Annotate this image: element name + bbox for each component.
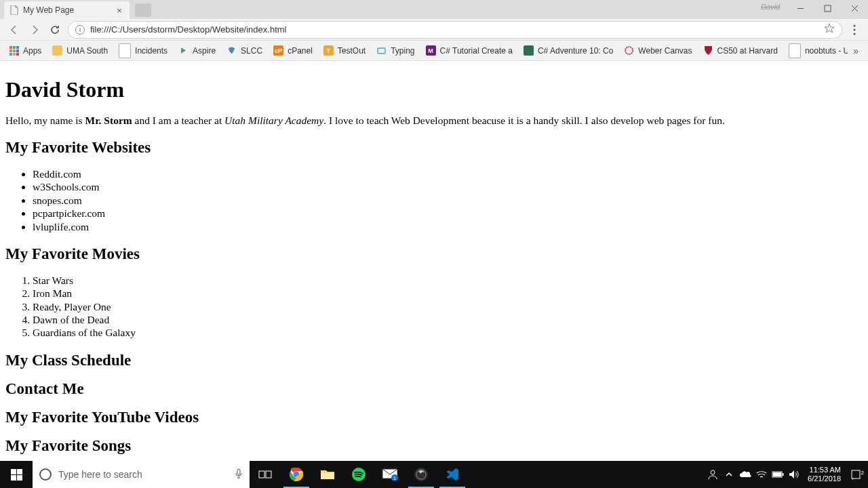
bookmark-label: C# Adventure 10: Co	[538, 46, 613, 56]
bookmark-favicon-icon	[226, 45, 237, 56]
new-tab-button[interactable]	[135, 3, 151, 17]
bookmark-label: Incidents	[135, 46, 167, 56]
spotify-icon[interactable]	[343, 461, 374, 488]
back-button[interactable]	[4, 20, 24, 39]
notifications-icon[interactable]: 2	[846, 469, 865, 480]
bookmark-item[interactable]: noobtuts - Unity 2D	[783, 43, 848, 59]
bookmark-favicon-icon: cP	[273, 45, 283, 56]
bookmark-item[interactable]: Aspire	[173, 43, 221, 59]
bookmarks-overflow-icon[interactable]: »	[848, 45, 864, 56]
start-button[interactable]	[0, 461, 33, 488]
volume-icon[interactable]	[786, 461, 802, 488]
close-window-button[interactable]	[841, 0, 868, 16]
window-controls: David	[754, 0, 868, 16]
chrome-taskbar-icon[interactable]	[281, 461, 312, 488]
bookmark-item[interactable]: CS50 at Harvard	[698, 43, 783, 59]
list-item: snopes.com	[33, 194, 863, 207]
bookmark-label: noobtuts - Unity 2D	[805, 46, 848, 56]
onedrive-icon[interactable]	[737, 461, 753, 488]
task-view-icon[interactable]	[250, 461, 281, 488]
svg-rect-29	[852, 470, 860, 479]
bookmark-star-icon[interactable]	[824, 23, 835, 36]
bookmark-label: SLCC	[241, 46, 262, 56]
svg-point-8	[625, 47, 633, 54]
bookmark-item[interactable]: Incidents	[113, 43, 173, 59]
system-tray: 11:53 AM 6/21/2018 2	[705, 461, 868, 488]
chrome-menu-icon[interactable]	[845, 24, 864, 35]
svg-point-25	[711, 470, 715, 474]
svg-point-5	[854, 28, 856, 30]
section-youtube-heading: My Favorite YouTube Videos	[5, 409, 863, 426]
clock-date: 6/21/2018	[808, 474, 841, 483]
bookmark-favicon-icon	[789, 43, 801, 58]
svg-text:1: 1	[393, 476, 396, 481]
network-icon[interactable]	[753, 461, 770, 488]
intro-italic: Utah Military Academy	[224, 115, 323, 126]
bookmark-favicon-icon	[703, 45, 713, 56]
websites-list: Reddit.comw3Schools.comsnopes.compcpartp…	[33, 167, 863, 233]
tray-chevron-up-icon[interactable]	[721, 461, 737, 488]
bookmark-item[interactable]: TTestOut	[318, 43, 371, 59]
svg-rect-1	[825, 5, 831, 12]
address-bar[interactable]: i file:///C:/Users/dstorm/Desktop/Websit…	[68, 21, 842, 39]
section-websites-heading: My Favorite Websites	[5, 139, 863, 157]
bookmark-item[interactable]: Typing	[371, 43, 420, 59]
reload-button[interactable]	[45, 20, 65, 39]
list-item: Guardians of the Galaxy	[33, 326, 863, 339]
taskbar-apps: 1	[250, 461, 468, 488]
vscode-icon[interactable]	[437, 461, 468, 488]
list-item: lvluplife.com	[33, 220, 863, 233]
bookmark-item[interactable]: UMA South	[47, 43, 113, 59]
apps-grid-icon	[9, 46, 19, 56]
bookmark-favicon-icon	[524, 45, 534, 56]
minimize-button[interactable]	[787, 0, 814, 16]
bookmark-favicon-icon: T	[323, 45, 334, 56]
file-explorer-icon[interactable]	[312, 461, 343, 488]
bookmark-favicon-icon	[119, 43, 131, 58]
microphone-icon[interactable]	[235, 468, 243, 481]
page-content: David Storm Hello, my name is Mr. Storm …	[0, 61, 868, 472]
cortana-icon	[39, 468, 52, 481]
list-item: Dawn of the Dead	[33, 313, 863, 326]
apps-button[interactable]: Apps	[4, 43, 47, 59]
maximize-button[interactable]	[814, 0, 841, 16]
notif-count: 2	[861, 470, 864, 476]
bookmark-label: UMA South	[66, 46, 108, 56]
section-contact-heading: Contact Me	[5, 380, 863, 398]
bookmark-label: cPanel	[288, 46, 313, 56]
bookmark-item[interactable]: MC# Tutorial Create a	[420, 43, 518, 59]
bookmark-item[interactable]: C# Adventure 10: Co	[518, 43, 618, 59]
browser-tab[interactable]: My Web Page ×	[4, 1, 130, 19]
bookmark-label: Aspire	[193, 46, 216, 56]
bookmarks-bar: Apps UMA SouthIncidentsAspireSLCCcPcPane…	[0, 41, 868, 61]
list-item: Iron Man	[33, 287, 863, 300]
url-text: file:///C:/Users/dstorm/Desktop/Website/…	[90, 24, 286, 35]
obs-icon[interactable]	[406, 461, 437, 488]
intro-bold: Mr. Storm	[85, 115, 132, 126]
list-item: Ready, Player One	[33, 300, 863, 313]
battery-icon[interactable]	[770, 461, 786, 488]
svg-rect-27	[783, 473, 784, 476]
svg-rect-9	[11, 469, 16, 474]
list-item: w3Schools.com	[33, 180, 863, 193]
svg-rect-28	[773, 472, 781, 476]
bookmark-item[interactable]: SLCC	[221, 43, 268, 59]
page-title: David Storm	[5, 77, 863, 102]
svg-rect-18	[321, 473, 334, 479]
people-icon[interactable]	[705, 461, 721, 488]
svg-rect-12	[17, 475, 22, 481]
svg-rect-11	[11, 475, 16, 481]
intro-text: and I am a teacher at	[132, 115, 224, 126]
bookmark-favicon-icon: M	[426, 45, 436, 56]
tab-close-icon[interactable]: ×	[115, 5, 124, 15]
taskbar-search[interactable]: Type here to search	[33, 461, 250, 488]
bookmark-item[interactable]: Weber Canvas	[618, 43, 697, 59]
section-schedule-heading: My Class Schedule	[5, 352, 863, 369]
site-info-icon[interactable]: i	[75, 25, 85, 35]
taskbar-clock[interactable]: 11:53 AM 6/21/2018	[802, 466, 846, 483]
bookmark-item[interactable]: cPcPanel	[268, 43, 318, 59]
bookmark-label: CS50 at Harvard	[717, 46, 778, 56]
forward-button[interactable]	[24, 20, 45, 39]
mail-icon[interactable]: 1	[374, 461, 406, 488]
user-profile-label[interactable]: David	[754, 0, 787, 16]
